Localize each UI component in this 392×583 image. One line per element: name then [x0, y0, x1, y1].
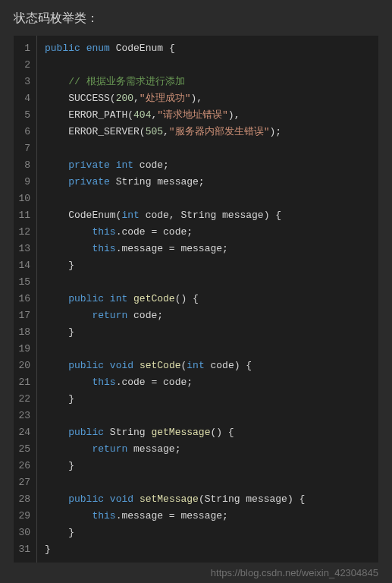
line-number: 11	[14, 207, 36, 224]
line-number: 4	[14, 90, 36, 107]
watermark: https://blog.csdn.net/weixin_42304845	[211, 567, 378, 578]
code-line: public int getCode() {	[37, 291, 378, 307]
line-number: 6	[14, 124, 36, 140]
code-block: 1234567891011121314151617181920212223242…	[14, 36, 378, 563]
line-number: 10	[14, 191, 36, 207]
code-line: this.message = message;	[37, 241, 378, 257]
code-line: }	[37, 525, 378, 541]
code-line: SUCCESS(200,"处理成功"),	[37, 90, 378, 107]
code-line: }	[37, 257, 378, 274]
code-line: }	[37, 324, 378, 341]
code-line	[37, 140, 378, 157]
line-number: 3	[14, 74, 36, 90]
code-line: public enum CodeEnum {	[37, 40, 378, 57]
line-number: 26	[14, 458, 36, 474]
section-title: 状态码枚举类：	[0, 0, 392, 36]
line-number: 9	[14, 174, 36, 191]
line-number: 17	[14, 307, 36, 324]
line-number: 14	[14, 257, 36, 274]
line-number-gutter: 1234567891011121314151617181920212223242…	[14, 36, 37, 563]
line-number: 19	[14, 341, 36, 358]
code-line: CodeEnum(int code, String message) {	[37, 207, 378, 224]
code-line: public void setMessage(String message) {	[37, 491, 378, 508]
code-line: public String getMessage() {	[37, 424, 378, 441]
code-content: public enum CodeEnum { // 根据业务需求进行添加 SUC…	[37, 36, 378, 563]
line-number: 15	[14, 274, 36, 291]
line-number: 1	[14, 40, 36, 57]
line-number: 28	[14, 491, 36, 508]
code-line: this.message = message;	[37, 508, 378, 525]
code-line: private int code;	[37, 157, 378, 174]
code-line: return code;	[37, 307, 378, 324]
line-number: 8	[14, 157, 36, 174]
line-number: 29	[14, 508, 36, 525]
code-line: this.code = code;	[37, 374, 378, 391]
code-line: }	[37, 391, 378, 408]
code-line	[37, 191, 378, 207]
line-number: 2	[14, 57, 36, 74]
code-line: }	[37, 541, 378, 558]
code-line	[37, 408, 378, 424]
code-line: }	[37, 458, 378, 474]
line-number: 12	[14, 224, 36, 241]
line-number: 21	[14, 374, 36, 391]
line-number: 24	[14, 424, 36, 441]
line-number: 27	[14, 474, 36, 491]
code-line	[37, 57, 378, 74]
line-number: 25	[14, 441, 36, 458]
code-line: private String message;	[37, 174, 378, 191]
line-number: 23	[14, 408, 36, 424]
line-number: 5	[14, 107, 36, 124]
line-number: 16	[14, 291, 36, 307]
code-line: return message;	[37, 441, 378, 458]
code-line	[37, 274, 378, 291]
code-line: // 根据业务需求进行添加	[37, 74, 378, 90]
line-number: 31	[14, 541, 36, 558]
line-number: 13	[14, 241, 36, 257]
code-line	[37, 474, 378, 491]
code-line: public void setCode(int code) {	[37, 358, 378, 374]
code-line: this.code = code;	[37, 224, 378, 241]
code-line: ERROR_PATH(404,"请求地址错误"),	[37, 107, 378, 124]
code-line: ERROR_SERVER(505,"服务器内部发生错误");	[37, 124, 378, 140]
code-line	[37, 341, 378, 358]
line-number: 22	[14, 391, 36, 408]
line-number: 20	[14, 358, 36, 374]
line-number: 18	[14, 324, 36, 341]
line-number: 30	[14, 525, 36, 541]
line-number: 7	[14, 140, 36, 157]
